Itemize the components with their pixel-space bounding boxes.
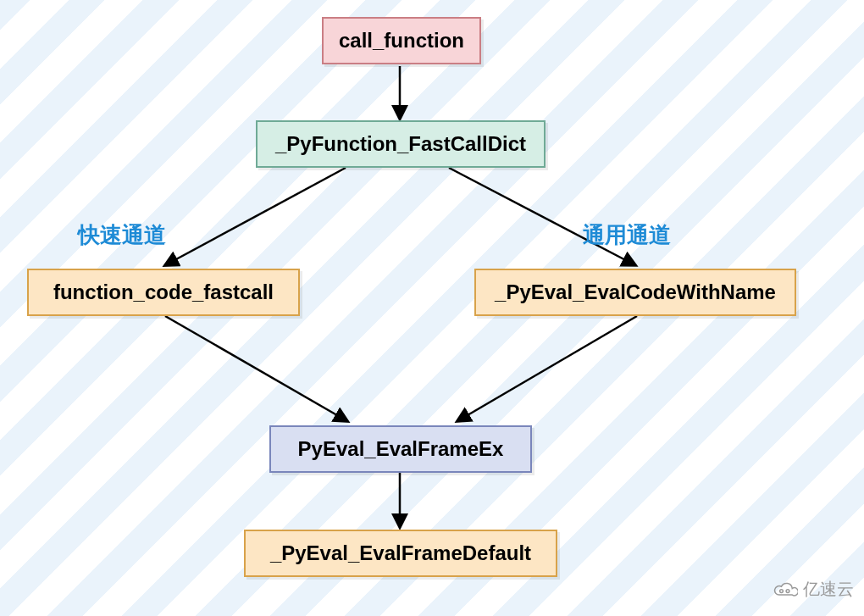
svg-point-0 — [780, 589, 784, 592]
node-function-code-fastcall: function_code_fastcall — [27, 269, 300, 316]
node-pyeval-evalframeex: PyEval_EvalFrameEx — [269, 425, 532, 473]
node-call-function: call_function — [322, 17, 481, 64]
edge-n3-n5 — [165, 316, 347, 421]
branch-label-fast: 快速通道 — [78, 220, 166, 250]
watermark: 亿速云 — [773, 578, 854, 601]
svg-point-1 — [786, 589, 789, 592]
node-pyeval-evalcodewithname: _PyEval_EvalCodeWithName — [474, 269, 796, 316]
watermark-text: 亿速云 — [803, 578, 854, 601]
branch-label-general: 通用通道 — [583, 220, 671, 250]
edge-n2-n3 — [165, 168, 346, 265]
edge-n2-n4 — [449, 168, 635, 265]
edge-n4-n5 — [457, 316, 637, 421]
flowchart-canvas: call_function _PyFunction_FastCallDict f… — [0, 0, 864, 616]
node-pyfunction-fastcalldict: _PyFunction_FastCallDict — [256, 120, 546, 168]
node-pyeval-evalframedefault: _PyEval_EvalFrameDefault — [244, 530, 557, 577]
cloud-icon — [773, 580, 798, 599]
